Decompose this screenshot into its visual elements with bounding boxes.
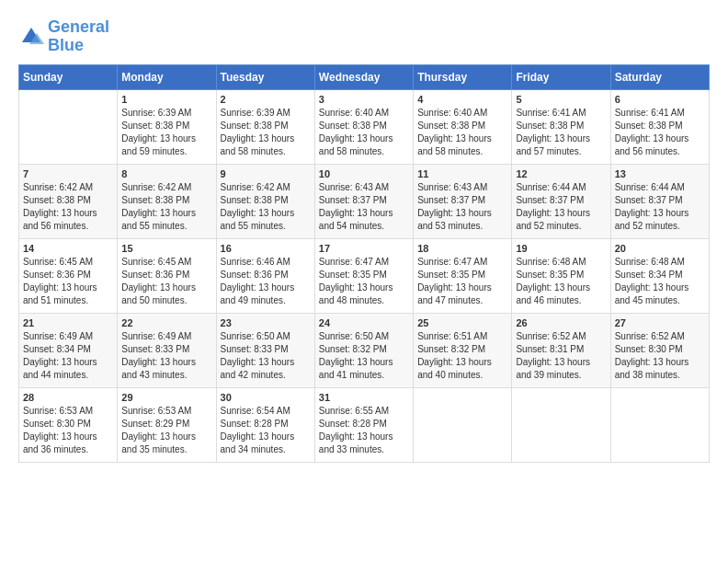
day-info: Sunrise: 6:52 AMSunset: 8:30 PMDaylight:… bbox=[615, 330, 705, 382]
day-cell: 17Sunrise: 6:47 AMSunset: 8:35 PMDayligh… bbox=[314, 238, 413, 313]
day-cell: 10Sunrise: 6:43 AMSunset: 8:37 PMDayligh… bbox=[314, 164, 413, 238]
day-cell: 11Sunrise: 6:43 AMSunset: 8:37 PMDayligh… bbox=[414, 164, 512, 238]
day-cell: 1Sunrise: 6:39 AMSunset: 8:38 PMDaylight… bbox=[118, 89, 216, 164]
logo-icon bbox=[18, 24, 44, 50]
day-info: Sunrise: 6:47 AMSunset: 8:35 PMDaylight:… bbox=[417, 256, 507, 307]
day-number: 18 bbox=[417, 243, 507, 254]
day-number: 19 bbox=[516, 243, 606, 254]
day-cell bbox=[512, 387, 610, 462]
day-number: 24 bbox=[319, 317, 409, 328]
day-info: Sunrise: 6:40 AMSunset: 8:38 PMDaylight:… bbox=[417, 107, 507, 158]
day-cell: 7Sunrise: 6:42 AMSunset: 8:38 PMDaylight… bbox=[19, 164, 118, 238]
day-cell: 19Sunrise: 6:48 AMSunset: 8:35 PMDayligh… bbox=[512, 238, 610, 313]
week-row-1: 1Sunrise: 6:39 AMSunset: 8:38 PMDaylight… bbox=[19, 89, 710, 164]
day-number: 22 bbox=[121, 317, 211, 328]
day-info: Sunrise: 6:55 AMSunset: 8:28 PMDaylight:… bbox=[319, 405, 409, 456]
day-number: 26 bbox=[516, 317, 606, 328]
day-number: 7 bbox=[23, 168, 113, 179]
day-info: Sunrise: 6:39 AMSunset: 8:38 PMDaylight:… bbox=[121, 107, 211, 158]
day-info: Sunrise: 6:44 AMSunset: 8:37 PMDaylight:… bbox=[615, 181, 705, 233]
header-row: SundayMondayTuesdayWednesdayThursdayFrid… bbox=[19, 64, 710, 89]
day-number: 27 bbox=[615, 317, 705, 328]
day-number: 12 bbox=[516, 168, 606, 179]
day-number: 29 bbox=[121, 392, 211, 403]
day-info: Sunrise: 6:46 AMSunset: 8:36 PMDaylight:… bbox=[221, 256, 311, 307]
header-cell-saturday: Saturday bbox=[610, 64, 709, 89]
day-cell: 12Sunrise: 6:44 AMSunset: 8:37 PMDayligh… bbox=[512, 164, 610, 238]
week-row-5: 28Sunrise: 6:53 AMSunset: 8:30 PMDayligh… bbox=[19, 387, 710, 462]
day-info: Sunrise: 6:51 AMSunset: 8:32 PMDaylight:… bbox=[417, 330, 507, 382]
day-cell: 21Sunrise: 6:49 AMSunset: 8:34 PMDayligh… bbox=[19, 313, 118, 387]
day-number: 16 bbox=[221, 243, 311, 254]
calendar-header: SundayMondayTuesdayWednesdayThursdayFrid… bbox=[19, 64, 710, 89]
day-number: 8 bbox=[121, 168, 211, 179]
day-cell bbox=[610, 387, 709, 462]
day-cell: 8Sunrise: 6:42 AMSunset: 8:38 PMDaylight… bbox=[118, 164, 216, 238]
day-info: Sunrise: 6:42 AMSunset: 8:38 PMDaylight:… bbox=[121, 181, 211, 233]
logo-text: General Blue bbox=[48, 18, 109, 55]
day-info: Sunrise: 6:50 AMSunset: 8:32 PMDaylight:… bbox=[319, 330, 409, 382]
week-row-3: 14Sunrise: 6:45 AMSunset: 8:36 PMDayligh… bbox=[19, 238, 710, 313]
day-number: 15 bbox=[121, 243, 211, 254]
day-number: 1 bbox=[121, 94, 211, 105]
day-cell: 29Sunrise: 6:53 AMSunset: 8:29 PMDayligh… bbox=[118, 387, 216, 462]
header-cell-friday: Friday bbox=[512, 64, 610, 89]
day-info: Sunrise: 6:49 AMSunset: 8:33 PMDaylight:… bbox=[121, 330, 211, 382]
day-number: 13 bbox=[615, 168, 705, 179]
day-cell: 25Sunrise: 6:51 AMSunset: 8:32 PMDayligh… bbox=[414, 313, 512, 387]
day-info: Sunrise: 6:53 AMSunset: 8:30 PMDaylight:… bbox=[23, 405, 113, 456]
day-cell bbox=[414, 387, 512, 462]
week-row-2: 7Sunrise: 6:42 AMSunset: 8:38 PMDaylight… bbox=[19, 164, 710, 238]
day-cell: 4Sunrise: 6:40 AMSunset: 8:38 PMDaylight… bbox=[414, 89, 512, 164]
day-cell: 18Sunrise: 6:47 AMSunset: 8:35 PMDayligh… bbox=[414, 238, 512, 313]
day-number: 30 bbox=[221, 392, 311, 403]
day-number: 10 bbox=[319, 168, 409, 179]
day-cell: 3Sunrise: 6:40 AMSunset: 8:38 PMDaylight… bbox=[314, 89, 413, 164]
day-cell: 15Sunrise: 6:45 AMSunset: 8:36 PMDayligh… bbox=[118, 238, 216, 313]
day-number: 31 bbox=[319, 392, 409, 403]
header-cell-thursday: Thursday bbox=[414, 64, 512, 89]
day-cell: 2Sunrise: 6:39 AMSunset: 8:38 PMDaylight… bbox=[216, 89, 314, 164]
day-info: Sunrise: 6:53 AMSunset: 8:29 PMDaylight:… bbox=[121, 405, 211, 456]
day-number: 20 bbox=[615, 243, 705, 254]
logo: General Blue bbox=[18, 18, 109, 55]
day-cell: 9Sunrise: 6:42 AMSunset: 8:38 PMDaylight… bbox=[216, 164, 314, 238]
day-number: 28 bbox=[23, 392, 113, 403]
day-number: 6 bbox=[615, 94, 705, 105]
day-cell: 22Sunrise: 6:49 AMSunset: 8:33 PMDayligh… bbox=[118, 313, 216, 387]
day-cell: 23Sunrise: 6:50 AMSunset: 8:33 PMDayligh… bbox=[216, 313, 314, 387]
day-cell: 27Sunrise: 6:52 AMSunset: 8:30 PMDayligh… bbox=[610, 313, 709, 387]
day-cell: 26Sunrise: 6:52 AMSunset: 8:31 PMDayligh… bbox=[512, 313, 610, 387]
day-number: 3 bbox=[319, 94, 409, 105]
day-number: 2 bbox=[221, 94, 311, 105]
day-cell bbox=[19, 89, 118, 164]
calendar-table: SundayMondayTuesdayWednesdayThursdayFrid… bbox=[18, 64, 710, 463]
day-cell: 14Sunrise: 6:45 AMSunset: 8:36 PMDayligh… bbox=[19, 238, 118, 313]
day-number: 21 bbox=[23, 317, 113, 328]
day-info: Sunrise: 6:48 AMSunset: 8:35 PMDaylight:… bbox=[516, 256, 606, 307]
day-cell: 28Sunrise: 6:53 AMSunset: 8:30 PMDayligh… bbox=[19, 387, 118, 462]
day-info: Sunrise: 6:48 AMSunset: 8:34 PMDaylight:… bbox=[615, 256, 705, 307]
day-info: Sunrise: 6:42 AMSunset: 8:38 PMDaylight:… bbox=[23, 181, 113, 233]
day-info: Sunrise: 6:50 AMSunset: 8:33 PMDaylight:… bbox=[221, 330, 311, 382]
header-cell-wednesday: Wednesday bbox=[314, 64, 413, 89]
day-info: Sunrise: 6:42 AMSunset: 8:38 PMDaylight:… bbox=[221, 181, 311, 233]
day-info: Sunrise: 6:45 AMSunset: 8:36 PMDaylight:… bbox=[23, 256, 113, 307]
day-info: Sunrise: 6:41 AMSunset: 8:38 PMDaylight:… bbox=[516, 107, 606, 158]
day-cell: 20Sunrise: 6:48 AMSunset: 8:34 PMDayligh… bbox=[610, 238, 709, 313]
day-info: Sunrise: 6:43 AMSunset: 8:37 PMDaylight:… bbox=[319, 181, 409, 233]
day-number: 23 bbox=[221, 317, 311, 328]
day-info: Sunrise: 6:47 AMSunset: 8:35 PMDaylight:… bbox=[319, 256, 409, 307]
day-cell: 5Sunrise: 6:41 AMSunset: 8:38 PMDaylight… bbox=[512, 89, 610, 164]
header-cell-monday: Monday bbox=[118, 64, 216, 89]
week-row-4: 21Sunrise: 6:49 AMSunset: 8:34 PMDayligh… bbox=[19, 313, 710, 387]
day-cell: 30Sunrise: 6:54 AMSunset: 8:28 PMDayligh… bbox=[216, 387, 314, 462]
day-number: 9 bbox=[221, 168, 311, 179]
day-info: Sunrise: 6:52 AMSunset: 8:31 PMDaylight:… bbox=[516, 330, 606, 382]
calendar-body: 1Sunrise: 6:39 AMSunset: 8:38 PMDaylight… bbox=[19, 89, 710, 462]
day-info: Sunrise: 6:49 AMSunset: 8:34 PMDaylight:… bbox=[23, 330, 113, 382]
day-info: Sunrise: 6:45 AMSunset: 8:36 PMDaylight:… bbox=[121, 256, 211, 307]
day-info: Sunrise: 6:54 AMSunset: 8:28 PMDaylight:… bbox=[221, 405, 311, 456]
day-cell: 16Sunrise: 6:46 AMSunset: 8:36 PMDayligh… bbox=[216, 238, 314, 313]
day-cell: 13Sunrise: 6:44 AMSunset: 8:37 PMDayligh… bbox=[610, 164, 709, 238]
